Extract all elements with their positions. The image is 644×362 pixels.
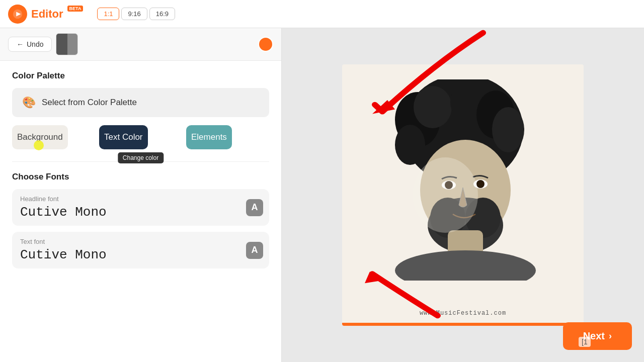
canvas-bottom-bar: [342, 323, 584, 326]
elements-tab-container: Elements: [186, 125, 269, 149]
svg-point-21: [476, 180, 485, 188]
top-bar: Editor BETA 1:1 9:16 16:9: [0, 0, 644, 28]
right-panel: www.MusicFestival.com Next › [1: [282, 28, 644, 362]
select-palette-label: Select from Color Palette: [42, 98, 137, 108]
background-tab-container: Background: [12, 125, 95, 149]
beta-badge: BETA: [67, 6, 84, 12]
text-font-label: Text font: [20, 238, 261, 245]
select-palette-button[interactable]: 🎨 Select from Color Palette: [12, 88, 269, 117]
cursor-indicator: [34, 140, 44, 150]
undo-button[interactable]: ← Undo: [8, 37, 52, 52]
canvas-url: www.MusicFestival.com: [342, 310, 584, 317]
text-font-card: Text font Cutive Mono A: [12, 232, 269, 268]
undo-arrow-icon: ←: [17, 40, 24, 48]
next-chevron-icon: ›: [609, 331, 612, 341]
logo-area: Editor BETA: [8, 5, 83, 24]
ratio-16-9[interactable]: 16:9: [149, 8, 175, 20]
app-title: Editor: [31, 8, 63, 21]
text-font-icon-button[interactable]: A: [246, 242, 263, 259]
canvas-image: [342, 64, 584, 296]
main-layout: ← Undo Color Palette 🎨 Select from Color…: [0, 28, 644, 362]
headline-font-card: Headline font Cutive Mono A: [12, 189, 269, 226]
portrait-svg: [367, 79, 558, 281]
logo-icon: [8, 5, 27, 24]
panel-content: Color Palette 🎨 Select from Color Palett…: [0, 61, 281, 285]
next-button[interactable]: Next ›: [563, 322, 632, 350]
color-indicator: [258, 37, 273, 52]
svg-point-10: [492, 107, 524, 152]
ratio-9-16[interactable]: 9:16: [121, 8, 147, 20]
ratio-buttons: 1:1 9:16 16:9: [97, 8, 175, 20]
bottom-bracket-label: [1: [579, 337, 591, 347]
tooltip: Change color: [118, 152, 164, 163]
headline-font-label: Headline font: [20, 195, 261, 203]
fonts-title: Choose Fonts: [12, 172, 269, 182]
svg-point-22: [413, 157, 478, 233]
undo-bar: ← Undo: [0, 28, 281, 61]
color-tabs: Background Text Color Change color Eleme…: [12, 125, 269, 149]
color-palette-title: Color Palette: [12, 71, 269, 81]
headline-font-value: Cutive Mono: [20, 205, 261, 220]
palette-icon: 🎨: [22, 96, 36, 109]
thumbnail-preview: [56, 33, 78, 55]
svg-point-7: [414, 86, 452, 128]
text-color-tab-container: Text Color Change color: [99, 125, 182, 149]
svg-rect-3: [56, 34, 67, 55]
fonts-section: Choose Fonts Headline font Cutive Mono A…: [12, 161, 269, 268]
text-color-tab[interactable]: Text Color: [99, 125, 148, 149]
elements-tab[interactable]: Elements: [186, 125, 232, 149]
undo-label: Undo: [27, 40, 43, 48]
canvas-preview: www.MusicFestival.com: [342, 64, 584, 326]
headline-font-icon-button[interactable]: A: [246, 199, 263, 216]
svg-point-11: [395, 125, 425, 165]
left-panel: ← Undo Color Palette 🎨 Select from Color…: [0, 28, 282, 362]
ratio-1-1[interactable]: 1:1: [97, 8, 119, 20]
text-font-value: Cutive Mono: [20, 247, 261, 262]
